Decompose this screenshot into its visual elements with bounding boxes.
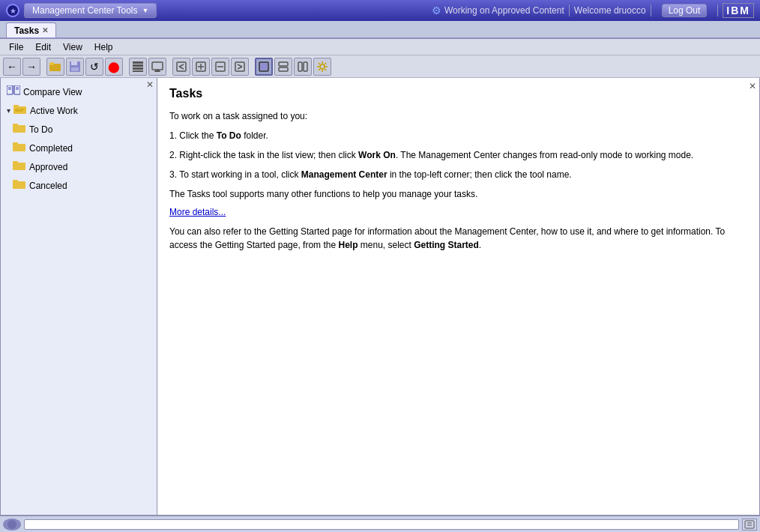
sidebar-item-todo[interactable]: To Do: [7, 120, 157, 139]
svg-rect-4: [71, 67, 79, 71]
sidebar-item-completed[interactable]: Completed: [7, 139, 157, 157]
status-bar: [0, 516, 760, 532]
svg-rect-57: [745, 521, 754, 528]
page-next-btn[interactable]: [231, 58, 249, 76]
toolbar: ← → ↺ ⬤: [0, 55, 760, 78]
forward-btn[interactable]: →: [22, 58, 40, 76]
layout-v-split-btn[interactable]: [294, 58, 312, 76]
svg-rect-7: [133, 67, 143, 70]
svg-line-22: [238, 67, 242, 69]
app-icon: ★: [6, 4, 19, 17]
active-work-toggle[interactable]: ▾: [7, 106, 10, 115]
sidebar-item-active-work[interactable]: ▾ Active Work: [1, 101, 157, 120]
page-minus-btn[interactable]: [211, 58, 229, 76]
svg-line-37: [319, 69, 320, 70]
content-panel: ✕ Tasks To work on a task assigned to yo…: [157, 78, 760, 516]
svg-rect-12: [177, 62, 186, 71]
step3-end: in the top-left corner; then click the t…: [387, 169, 572, 180]
completed-icon: [13, 142, 26, 154]
svg-rect-5: [133, 61, 143, 64]
svg-rect-27: [298, 62, 302, 71]
save-btn[interactable]: [66, 58, 84, 76]
tab-tasks-label: Tasks: [14, 25, 39, 36]
content-getting-started: You can also refer to the Getting Starte…: [169, 225, 747, 252]
svg-rect-24: [260, 63, 268, 70]
svg-rect-55: [13, 180, 18, 183]
app-name-label: Management Center Tools: [32, 5, 138, 16]
divider2: [651, 4, 651, 16]
monitor-btn[interactable]: [148, 58, 166, 76]
welcome-text: Welcome druocco: [574, 5, 646, 16]
svg-rect-51: [13, 142, 18, 145]
compare-view-icon: [7, 85, 20, 98]
sidebar-item-approved[interactable]: Approved: [7, 157, 157, 176]
gs-end: .: [479, 240, 481, 250]
svg-rect-8: [133, 70, 143, 72]
layout-h-split-btn[interactable]: [274, 58, 292, 76]
sidebar-item-active-work-label: Active Work: [30, 106, 78, 116]
step1-text: 1. Click the: [169, 130, 217, 141]
tab-bar: Tasks ✕: [0, 21, 760, 39]
sidebar-item-compare-view-label: Compare View: [23, 87, 82, 97]
canceled-icon: [13, 179, 26, 192]
logout-button[interactable]: Log Out: [662, 4, 708, 17]
more-details-link[interactable]: More details...: [169, 207, 747, 217]
svg-point-56: [7, 520, 16, 529]
page-prev-btn[interactable]: [172, 58, 190, 76]
refresh-btn[interactable]: ↺: [85, 58, 103, 76]
sidebar-item-approved-label: Approved: [29, 162, 67, 172]
menu-help[interactable]: Help: [88, 40, 119, 54]
status-icon-left: [3, 519, 21, 531]
svg-line-35: [325, 69, 326, 70]
divider3: [717, 4, 718, 16]
gs-bold2: Getting Started: [414, 240, 479, 250]
step2-start: 2. Right-click the task in the list view…: [169, 150, 358, 160]
menu-file[interactable]: File: [3, 40, 29, 54]
tab-tasks-close[interactable]: ✕: [42, 26, 48, 34]
step1-end: folder.: [241, 130, 268, 141]
svg-rect-10: [155, 70, 160, 71]
svg-rect-1: [49, 62, 54, 65]
svg-rect-3: [71, 61, 77, 65]
sidebar-close-btn[interactable]: ✕: [146, 79, 154, 90]
svg-rect-39: [14, 85, 20, 94]
sidebar: ✕ Compare View ▾: [0, 78, 157, 516]
sidebar-item-compare-view[interactable]: Compare View: [1, 82, 157, 101]
title-bar: ★ Management Center Tools ▼ ⚙ Working on…: [0, 0, 760, 21]
svg-rect-26: [279, 67, 288, 71]
content-step3: 3. To start working in a tool, click Man…: [169, 168, 747, 181]
menu-edit[interactable]: Edit: [29, 40, 57, 54]
svg-rect-20: [235, 62, 244, 71]
progress-bar: [24, 519, 739, 530]
page-add-btn[interactable]: [192, 58, 210, 76]
svg-rect-49: [13, 124, 18, 127]
step1-bold: To Do: [217, 130, 241, 141]
status-icon: ⚙: [432, 4, 441, 16]
todo-icon: [13, 123, 26, 136]
menu-view[interactable]: View: [57, 40, 88, 54]
status-section: ⚙ Working on Approved Content: [432, 4, 564, 16]
ibm-logo: IBM: [723, 3, 754, 18]
divider: [569, 4, 570, 16]
open-btn[interactable]: [46, 58, 64, 76]
svg-rect-53: [13, 161, 18, 164]
list-view-btn[interactable]: [129, 58, 147, 76]
tab-tasks[interactable]: Tasks ✕: [6, 22, 56, 37]
panel-close-btn[interactable]: ✕: [749, 81, 756, 91]
svg-rect-6: [133, 64, 143, 67]
app-name-dropdown-arrow: ▼: [142, 7, 149, 14]
active-work-icon: [13, 104, 27, 117]
sidebar-item-todo-label: To Do: [29, 124, 52, 135]
stop-btn[interactable]: ⬤: [105, 58, 123, 76]
settings-btn[interactable]: [313, 58, 331, 76]
content-step1: 1. Click the To Do folder.: [169, 129, 747, 142]
step3-start: 3. To start working in a tool, click: [169, 169, 301, 180]
status-action-btn[interactable]: [742, 519, 757, 531]
back-btn[interactable]: ←: [3, 58, 21, 76]
layout-full-btn[interactable]: [255, 58, 273, 76]
app-name-button[interactable]: Management Center Tools ▼: [24, 3, 157, 18]
svg-line-13: [179, 64, 184, 67]
sidebar-item-canceled[interactable]: Canceled: [7, 176, 157, 195]
gs-bold1: Help: [338, 240, 358, 250]
svg-rect-25: [279, 62, 288, 66]
